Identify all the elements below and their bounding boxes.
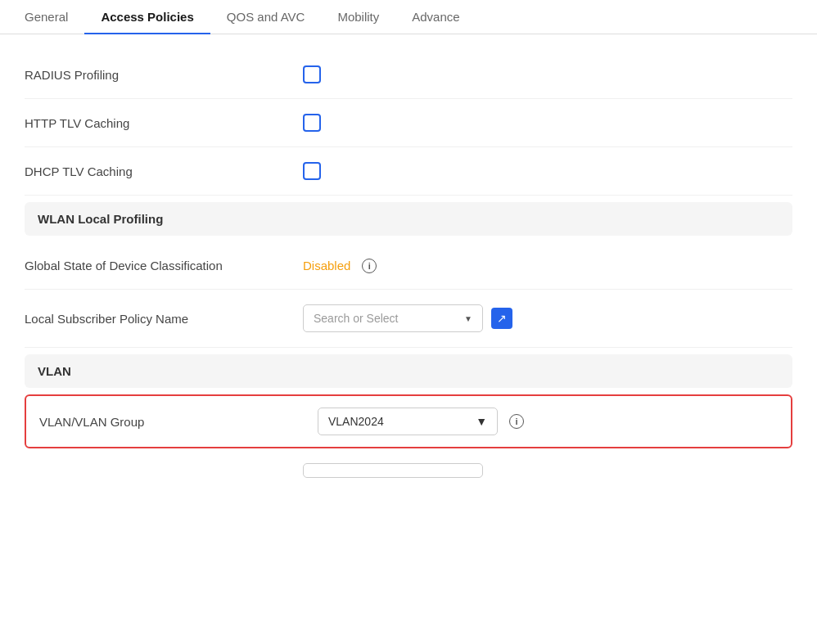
tab-advance[interactable]: Advance (395, 0, 476, 34)
vlan-group-label: VLAN/VLAN Group (39, 413, 318, 430)
http-tlv-checkbox[interactable] (303, 114, 321, 132)
global-state-info-icon[interactable]: i (362, 259, 377, 273)
radius-profiling-checkbox[interactable] (303, 65, 321, 83)
global-state-control: Disabled i (303, 259, 377, 273)
vlan-group-value: VLAN2024 (328, 415, 384, 428)
radius-profiling-row: RADIUS Profiling (25, 51, 792, 99)
local-subscriber-arrow-icon: ▼ (464, 314, 472, 323)
tab-general[interactable]: General (8, 0, 84, 34)
global-state-row: Global State of Device Classification Di… (25, 242, 792, 290)
local-subscriber-external-link-icon[interactable]: ↗ (491, 308, 512, 329)
local-subscriber-label: Local Subscriber Policy Name (25, 310, 303, 327)
vlan-group-arrow-icon: ▼ (476, 415, 487, 428)
wlan-section-header: WLAN Local Profiling (25, 202, 792, 236)
bottom-control (303, 463, 483, 478)
local-subscriber-control: Search or Select ▼ ↗ (303, 304, 512, 332)
vlan-group-info-icon[interactable]: i (509, 414, 524, 429)
bottom-row (25, 455, 792, 486)
radius-profiling-control (303, 65, 321, 83)
dhcp-tlv-row: DHCP TLV Caching (25, 147, 792, 196)
vlan-group-control: VLAN2024 ▼ i (318, 408, 524, 435)
http-tlv-label: HTTP TLV Caching (25, 115, 303, 132)
global-state-label: Global State of Device Classification (25, 257, 303, 274)
bottom-dropdown[interactable] (303, 463, 483, 478)
vlan-group-row: VLAN/VLAN Group VLAN2024 ▼ i (25, 394, 792, 448)
http-tlv-control (303, 114, 321, 132)
dhcp-tlv-control (303, 162, 321, 180)
vlan-section-header: VLAN (25, 354, 792, 388)
dhcp-tlv-label: DHCP TLV Caching (25, 163, 303, 180)
global-state-value: Disabled (303, 259, 350, 272)
vlan-group-dropdown[interactable]: VLAN2024 ▼ (318, 408, 498, 435)
local-subscriber-placeholder: Search or Select (314, 312, 399, 325)
tab-bar: General Access Policies QOS and AVC Mobi… (0, 0, 817, 34)
http-tlv-row: HTTP TLV Caching (25, 99, 792, 147)
local-subscriber-row: Local Subscriber Policy Name Search or S… (25, 290, 792, 348)
tab-access-policies[interactable]: Access Policies (84, 0, 210, 34)
radius-profiling-label: RADIUS Profiling (25, 66, 303, 83)
dhcp-tlv-checkbox[interactable] (303, 162, 321, 180)
content-area: RADIUS Profiling HTTP TLV Caching DHCP T… (0, 34, 817, 502)
tab-mobility[interactable]: Mobility (321, 0, 395, 34)
tab-qos-avc[interactable]: QOS and AVC (210, 0, 322, 34)
local-subscriber-dropdown[interactable]: Search or Select ▼ (303, 304, 483, 332)
